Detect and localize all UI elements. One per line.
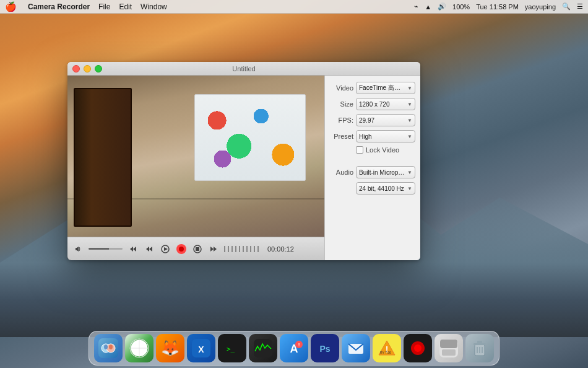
svg-rect-43 — [477, 341, 482, 343]
dock-item-mail[interactable] — [342, 334, 370, 362]
menu-file[interactable]: File — [98, 2, 110, 11]
fps-select[interactable]: 29.97 ▼ — [356, 114, 415, 126]
svg-point-15 — [104, 344, 108, 349]
preset-select-value: High — [359, 133, 372, 140]
audio-quality-select[interactable]: 24 bit, 44100 Hz ▼ — [356, 182, 415, 195]
menu-edit[interactable]: Edit — [119, 2, 132, 11]
settings-panel: Video FaceTime 高清相机… ▼ Size 1280 x 720 ▼ — [324, 76, 420, 260]
svg-marker-2 — [146, 247, 149, 252]
svg-text:!: ! — [298, 342, 300, 348]
dock-item-terminal[interactable]: >_ — [218, 334, 246, 362]
svg-rect-40 — [442, 349, 456, 356]
audio-label: Audio — [330, 169, 353, 176]
dock-item-recorder[interactable] — [404, 334, 432, 362]
close-button[interactable] — [72, 65, 80, 72]
play-button[interactable] — [158, 242, 172, 256]
audio-quality-row: 24 bit, 44100 Hz ▼ — [330, 182, 415, 195]
audio-quality-dropdown-arrow: ▼ — [407, 186, 412, 191]
menubar-bluetooth[interactable]: ⌁ — [414, 2, 418, 11]
size-setting-row: Size 1280 x 720 ▼ — [330, 98, 415, 110]
menubar-menu[interactable]: ☰ — [577, 2, 583, 11]
titlebar: Untitled — [67, 62, 420, 76]
previous-button[interactable] — [126, 242, 140, 256]
dock: 🦊 X >_ — [0, 326, 588, 368]
svg-point-7 — [179, 247, 184, 252]
maximize-button[interactable] — [95, 65, 102, 72]
volume-slider[interactable] — [89, 248, 123, 250]
size-select[interactable]: 1280 x 720 ▼ — [356, 98, 415, 110]
forward-button[interactable] — [207, 242, 220, 256]
dock-item-xcode[interactable]: X — [187, 334, 215, 362]
apple-menu[interactable]: 🍎 — [5, 1, 17, 12]
dock-item-trash[interactable] — [465, 334, 494, 362]
camera-recorder-window: Untitled — [67, 62, 420, 260]
volume-button[interactable] — [71, 242, 85, 256]
fps-select-value: 29.97 — [359, 117, 374, 124]
dock-item-quicktime[interactable] — [435, 334, 463, 362]
preset-select[interactable]: High ▼ — [356, 130, 415, 142]
preset-dropdown-arrow: ▼ — [407, 134, 412, 139]
svg-marker-1 — [133, 247, 136, 252]
poster-art — [194, 94, 306, 181]
fps-dropdown-arrow: ▼ — [407, 118, 412, 123]
audio-select-value: Built-in Microphone — [359, 169, 405, 176]
menu-window[interactable]: Window — [141, 2, 167, 11]
video-setting-row: Video FaceTime 高清相机… ▼ — [330, 82, 415, 94]
svg-point-37 — [414, 344, 422, 352]
svg-text:Ps: Ps — [319, 344, 330, 354]
fps-setting-row: FPS: 29.97 ▼ — [330, 114, 415, 126]
audio-quality-value: 24 bit, 44100 Hz — [359, 185, 404, 192]
menubar-battery: 100% — [452, 3, 470, 11]
menubar-wifi[interactable]: ▲ — [425, 3, 431, 11]
app-name[interactable]: Camera Recorder — [28, 2, 90, 11]
svg-text:X: X — [198, 344, 204, 354]
dock-item-appstore[interactable]: A ! — [280, 334, 308, 362]
svg-point-16 — [109, 344, 113, 349]
menubar: 🍎 Camera Recorder File Edit Window ⌁ ▲ 🔊… — [0, 0, 588, 14]
menubar-sound[interactable]: 🔊 — [438, 2, 446, 11]
progress-marks — [224, 246, 261, 252]
audio-select[interactable]: Built-in Microphone ▼ — [356, 166, 415, 178]
svg-rect-42 — [473, 343, 486, 345]
preset-label: Preset — [330, 133, 353, 140]
size-select-value: 1280 x 720 — [359, 101, 390, 108]
preset-setting-row: Preset High ▼ — [330, 130, 415, 142]
window-title: Untitled — [232, 65, 255, 72]
lock-video-label: Lock Video — [366, 146, 399, 154]
svg-text:>_: >_ — [227, 345, 235, 353]
svg-marker-11 — [214, 247, 217, 252]
svg-marker-10 — [210, 247, 214, 252]
dock-item-firefox[interactable]: 🦊 — [156, 334, 184, 362]
audio-dropdown-arrow: ▼ — [407, 170, 412, 175]
video-dropdown-arrow: ▼ — [407, 85, 412, 91]
svg-marker-3 — [149, 247, 152, 252]
menubar-search[interactable]: 🔍 — [562, 2, 571, 11]
menubar-username: yaoyuping — [525, 3, 556, 11]
time-display: 00:00:12 — [267, 245, 305, 253]
dock-item-finder[interactable] — [94, 334, 123, 362]
dock-item-warning[interactable]: ! RY 7:36 — [373, 334, 401, 362]
svg-rect-39 — [440, 340, 457, 348]
dock-item-photoshop[interactable]: Ps — [311, 334, 339, 362]
stop-button[interactable] — [191, 242, 204, 256]
controls-bar: 00:00:12 — [67, 237, 324, 260]
dock-item-activity[interactable] — [249, 334, 277, 362]
video-select-value: FaceTime 高清相机… — [359, 84, 405, 92]
dock-item-safari[interactable] — [125, 334, 153, 362]
lock-video-checkbox[interactable] — [356, 146, 363, 154]
record-button[interactable] — [175, 242, 188, 256]
progress-area[interactable]: 00:00:12 — [267, 245, 318, 253]
svg-text:RY 7:36: RY 7:36 — [380, 351, 391, 354]
video-display — [67, 76, 324, 237]
svg-marker-5 — [164, 247, 168, 251]
video-select[interactable]: FaceTime 高清相机… ▼ — [356, 82, 415, 94]
menubar-time: Tue 11:58 PM — [476, 3, 519, 11]
svg-rect-9 — [196, 247, 199, 251]
dock-inner: 🦊 X >_ — [89, 331, 499, 366]
video-label: Video — [330, 84, 353, 92]
minimize-button[interactable] — [84, 65, 91, 72]
size-label: Size — [330, 100, 353, 108]
settings-divider — [330, 157, 415, 162]
floor-line — [67, 198, 324, 199]
rewind-button[interactable] — [142, 242, 156, 256]
